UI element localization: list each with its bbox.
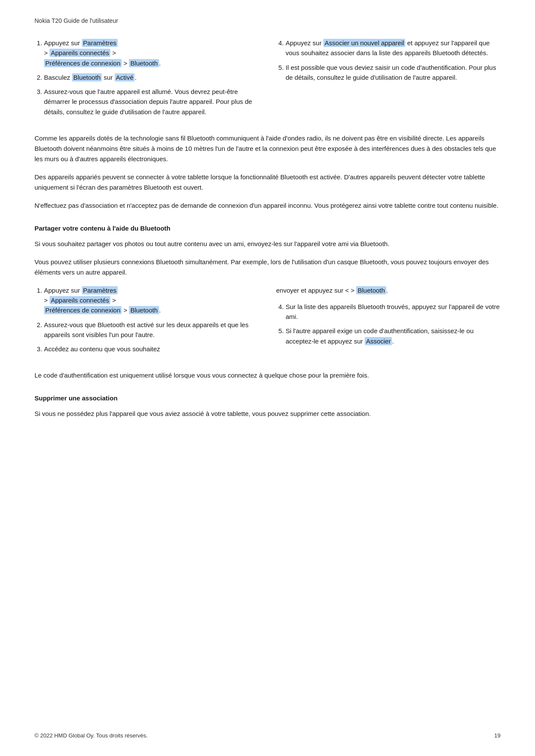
highlight-preferences: Préférences de connexion [44,59,122,67]
highlight-bluetooth-4: Bluetooth [356,286,386,294]
section1-right-list: Appuyez sur Associer un nouvel appareil … [276,38,501,82]
list-item: Basculez Bluetooth sur Activé. [44,72,259,82]
list-item: Appuyez sur Paramètres > Appareils conne… [44,285,259,316]
highlight-active: Activé [115,73,135,81]
section2-paragraph3: Le code d'authentification est uniquemen… [34,370,501,381]
section1-steps: Appuyez sur Paramètres > Appareils conne… [34,38,501,121]
section2-right-list: Sur la liste des appareils Bluetooth tro… [276,302,501,346]
section1-col-right: Appuyez sur Associer un nouvel appareil … [276,38,501,121]
paragraph-2: Des appareils appariés peuvent se connec… [34,172,501,193]
footer-copyright: © 2022 HMD Global Oy. Tous droits réserv… [34,732,148,739]
highlight-bluetooth-2: Bluetooth [72,73,102,81]
list-item: Appuyez sur Associer un nouvel appareil … [286,38,501,58]
section3-title: Supprimer une association [34,394,501,402]
highlight-preferences-2: Préférences de connexion [44,306,122,314]
section2-right-continuation: envoyer et appuyez sur < > Bluetooth. [276,285,501,296]
list-item: Sur la liste des appareils Bluetooth tro… [286,302,501,322]
highlight-associer-nouvel: Associer un nouvel appareil [323,39,405,47]
page-footer: © 2022 HMD Global Oy. Tous droits réserv… [34,732,501,739]
section1-left-list: Appuyez sur Paramètres > Appareils conne… [34,38,259,117]
document-header: Nokia T20 Guide de l'utilisateur [34,17,501,24]
section2-title: Partager votre contenu à l'aide du Bluet… [34,225,501,232]
section1-col-left: Appuyez sur Paramètres > Appareils conne… [34,38,259,121]
list-item: Si l'autre appareil exige un code d'auth… [286,326,501,346]
section2-paragraph1: Si vous souhaitez partager vos photos ou… [34,239,501,249]
list-item: Accédez au contenu que vous souhaitez [44,344,259,354]
highlight-associer: Associer [365,337,392,345]
section2-col-right: envoyer et appuyez sur < > Bluetooth. Su… [276,285,501,359]
highlight-appareils-2: Appareils connectés [50,296,110,304]
highlight-parametres-2: Paramètres [82,286,118,294]
section2-col-left: Appuyez sur Paramètres > Appareils conne… [34,285,259,359]
highlight-appareils-connectes: Appareils connectés [50,49,110,57]
section2-paragraph2: Vous pouvez utiliser plusieurs connexion… [34,257,501,278]
list-item: Appuyez sur Paramètres > Appareils conne… [44,38,259,68]
list-item: Assurez-vous que Bluetooth est activé su… [44,320,259,340]
highlight-parametres: Paramètres [82,39,118,47]
highlight-bluetooth-3: Bluetooth [129,306,159,314]
section3-paragraph1: Si vous ne possédez plus l'appareil que … [34,409,501,419]
paragraph-1: Comme les appareils dotés de la technolo… [34,133,501,164]
document-title: Nokia T20 Guide de l'utilisateur [34,17,118,24]
paragraph-3: N'effectuez pas d'association et n'accep… [34,200,501,211]
list-item: Il est possible que vous deviez saisir u… [286,62,501,83]
list-item: Assurez-vous que l'autre appareil est al… [44,87,259,117]
section2-left-list: Appuyez sur Paramètres > Appareils conne… [34,285,259,354]
section2-steps: Appuyez sur Paramètres > Appareils conne… [34,285,501,359]
footer-page-number: 19 [494,732,501,739]
highlight-bluetooth-1: Bluetooth [129,59,159,67]
